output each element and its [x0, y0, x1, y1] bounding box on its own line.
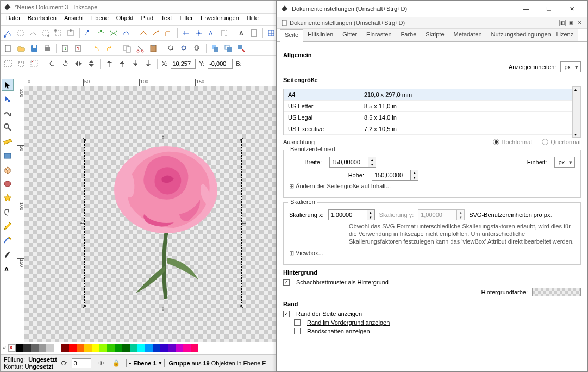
cut-icon[interactable] — [135, 43, 146, 54]
dialog-titlebar[interactable]: Dokumenteinstellungen (Umschalt+Strg+D) … — [277, 1, 587, 17]
y-input[interactable] — [208, 59, 233, 69]
show-border-checkbox[interactable] — [283, 311, 290, 317]
bezier-tool[interactable] — [2, 234, 14, 246]
select-all-icon[interactable] — [3, 58, 14, 69]
chevron-left-icon[interactable]: « — [3, 344, 6, 354]
snap-path-icon[interactable] — [28, 28, 38, 39]
clone-icon[interactable] — [223, 43, 234, 54]
text-tool[interactable]: A — [2, 263, 14, 275]
raise-top-icon[interactable] — [104, 58, 115, 69]
ruler-vertical[interactable]: 200 50 100 150 — [17, 86, 24, 342]
handle-sw[interactable]: ↗ — [82, 303, 87, 309]
rotate-ccw-icon[interactable] — [47, 58, 58, 69]
ruler-horizontal[interactable]: 0 50 100 150 — [17, 79, 278, 86]
swatch[interactable] — [168, 344, 176, 352]
undo-icon[interactable] — [91, 43, 102, 54]
border-foreground-checkbox[interactable] — [294, 319, 301, 326]
duplicate-icon[interactable] — [210, 43, 221, 54]
snap-tangent-icon[interactable] — [151, 28, 161, 39]
snap-node-icon[interactable] — [3, 28, 13, 39]
save-icon[interactable] — [29, 43, 40, 54]
handle-w[interactable]: ↔ — [79, 220, 85, 225]
measure-tool[interactable] — [2, 135, 14, 147]
zoom-tool[interactable] — [2, 121, 14, 133]
snap-bbox-icon[interactable] — [15, 28, 26, 39]
swatch[interactable] — [191, 344, 198, 352]
swatch[interactable] — [115, 344, 122, 352]
swatch[interactable] — [31, 344, 39, 352]
3dbox-tool[interactable] — [2, 164, 14, 176]
copy-icon[interactable] — [122, 43, 133, 54]
swatch[interactable] — [54, 344, 61, 352]
handle-se[interactable]: ↖ — [239, 303, 245, 309]
orientation-portrait[interactable]: Hochformat — [493, 139, 533, 145]
handle-nw[interactable]: ↘ — [82, 136, 87, 141]
menu-erweiterungen[interactable]: Erweiterungen — [201, 15, 239, 24]
canvas[interactable]: ↘ ↕ ↙ ↔ ↔ ↗ ↕ ↖ — [24, 86, 278, 342]
swatch[interactable] — [99, 344, 107, 352]
tab-gitter[interactable]: Gitter — [337, 29, 362, 41]
paste-icon[interactable] — [148, 43, 159, 54]
spiral-tool[interactable] — [2, 206, 14, 218]
snap-bold-a-icon[interactable]: A — [236, 28, 246, 39]
swatch[interactable] — [130, 344, 137, 352]
import-icon[interactable] — [60, 43, 71, 54]
dock-close-icon[interactable]: ✕ — [577, 20, 583, 26]
snap-mid-icon[interactable] — [66, 28, 76, 39]
swatch-none[interactable]: × — [8, 344, 16, 352]
page-size-list[interactable]: A4210,0 x 297,0 mm US Letter8,5 x 11,0 i… — [283, 89, 572, 135]
snap-intersection-icon[interactable] — [108, 28, 118, 39]
swatch[interactable] — [92, 344, 99, 352]
snap-handle-icon[interactable] — [83, 28, 93, 39]
menu-bearbeiten[interactable]: Bearbeiten — [28, 15, 57, 24]
open-icon[interactable] — [16, 43, 27, 54]
flip-h-icon[interactable] — [73, 58, 84, 69]
handle-e[interactable]: ↔ — [241, 220, 247, 225]
swatch[interactable] — [145, 344, 153, 352]
visibility-icon[interactable]: 👁 — [96, 358, 107, 369]
snap-smooth-icon[interactable] — [121, 28, 131, 39]
maximize-button[interactable]: ☐ — [537, 1, 560, 16]
snap-guide-icon[interactable] — [218, 28, 229, 39]
menu-pfad[interactable]: Pfad — [141, 15, 154, 24]
calligraphy-tool[interactable] — [2, 249, 14, 261]
swatch[interactable] — [23, 344, 31, 352]
pencil-tool[interactable] — [2, 220, 14, 232]
tab-einrasten[interactable]: Einrasten — [361, 29, 396, 41]
minimize-button[interactable]: — — [515, 1, 537, 16]
new-icon[interactable] — [3, 43, 14, 54]
swatch[interactable] — [16, 344, 23, 352]
scale-x-input[interactable]: ▴▾ — [328, 209, 375, 220]
swatch[interactable] — [107, 344, 115, 352]
swatch[interactable] — [77, 344, 84, 352]
swatch[interactable] — [39, 344, 46, 352]
export-icon[interactable] — [73, 43, 84, 54]
select-layer-icon[interactable] — [16, 58, 27, 69]
viewbox-expand[interactable]: Viewbox... — [289, 250, 323, 257]
menu-ebene[interactable]: Ebene — [91, 15, 109, 24]
unit-select[interactable]: px — [554, 157, 575, 168]
zoom-draw-icon[interactable] — [179, 43, 190, 54]
swatch[interactable] — [183, 344, 191, 352]
menu-objekt[interactable]: Objekt — [116, 15, 134, 24]
selector-tool[interactable] — [2, 79, 14, 91]
snap-grid-icon[interactable] — [266, 28, 277, 39]
tweak-tool[interactable] — [2, 107, 14, 119]
orientation-landscape[interactable]: Querformat — [542, 139, 581, 145]
zoom-page-icon[interactable] — [192, 43, 203, 54]
deselect-icon[interactable] — [29, 58, 40, 69]
flip-v-icon[interactable] — [86, 58, 97, 69]
width-input[interactable]: ▴▾ — [329, 157, 376, 168]
close-button[interactable]: ✕ — [560, 1, 583, 16]
tab-hilfslinien[interactable]: Hilfslinien — [303, 29, 338, 41]
height-input[interactable]: ▴▾ — [372, 170, 418, 181]
display-units-select[interactable]: px — [560, 61, 581, 72]
menu-hilfe[interactable]: Hilfe — [247, 15, 259, 24]
snap-curve-icon[interactable] — [96, 28, 106, 39]
x-input[interactable] — [171, 59, 196, 69]
swatch[interactable] — [176, 344, 183, 352]
page-usexec[interactable]: US Executive7,2 x 10,5 in — [284, 123, 572, 135]
menu-datei[interactable]: Datei — [6, 15, 20, 24]
swatch[interactable] — [153, 344, 160, 352]
swatch[interactable] — [69, 344, 77, 352]
